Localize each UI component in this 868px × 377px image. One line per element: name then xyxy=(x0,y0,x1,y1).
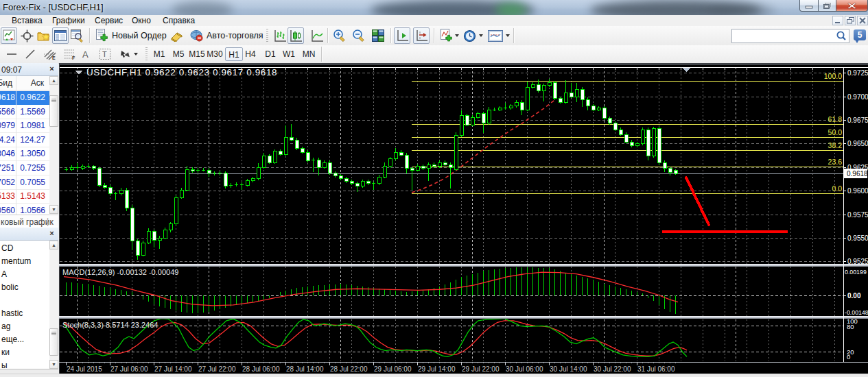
navigator-item[interactable]: CD xyxy=(1,243,13,253)
window-restore-button[interactable] xyxy=(818,0,836,12)
new-chart-button[interactable] xyxy=(1,27,17,44)
templates-button[interactable] xyxy=(487,27,511,44)
market-watch-row[interactable]: 1.09791.0981 xyxy=(0,119,49,133)
navigator-item[interactable]: mentum xyxy=(1,256,31,266)
timeframe-M5[interactable]: M5 xyxy=(169,47,187,61)
tab-divider: | xyxy=(47,217,49,226)
arrow-down-icon: ▼ xyxy=(51,362,56,367)
navigator-item[interactable]: еще... xyxy=(1,335,24,344)
text-label-icon: T xyxy=(99,48,111,60)
mdi-minimize-icon xyxy=(834,17,841,24)
history-center-button[interactable] xyxy=(169,27,185,44)
scroll-down-button[interactable]: ▼ xyxy=(49,360,58,369)
zoom-in-button[interactable] xyxy=(331,27,348,44)
menu-window[interactable]: Окно xyxy=(128,15,155,26)
row-separator xyxy=(0,132,49,133)
crosshair-button[interactable] xyxy=(19,27,35,44)
new-order-button[interactable] xyxy=(93,27,110,44)
column-ask[interactable]: Аск xyxy=(18,78,44,88)
text-tool-button[interactable]: A xyxy=(79,47,93,62)
chart-shift-button[interactable] xyxy=(413,27,430,44)
ask-value: 1.5143 xyxy=(18,191,45,201)
market-watch-row[interactable]: 0.70520.7055 xyxy=(0,176,49,190)
window-title: Forex-Fix - [USDCHF,H1] xyxy=(3,2,104,12)
autotrade-label[interactable]: Авто-торговля xyxy=(207,31,263,40)
mdi-close-button[interactable] xyxy=(857,16,868,25)
timeframe-H1[interactable]: H1 xyxy=(225,47,243,61)
svg-text:0.00199: 0.00199 xyxy=(845,269,867,276)
notifications-badge[interactable]: 5 xyxy=(854,29,866,40)
history-book-icon xyxy=(170,30,184,42)
timeframe-MN[interactable]: MN xyxy=(300,47,318,61)
scroll-up-button[interactable]: ▲ xyxy=(49,76,58,85)
navigator-close-icon[interactable]: × xyxy=(47,229,56,238)
window-minimize-button[interactable] xyxy=(799,0,819,12)
navigator-item[interactable]: A xyxy=(1,269,7,279)
market-watch-row[interactable]: 1.51331.5143 xyxy=(0,190,49,204)
mdi-restore-button[interactable] xyxy=(845,16,856,25)
market-watch-row[interactable]: 124.24124.27 xyxy=(0,134,49,147)
periods-button[interactable] xyxy=(462,27,484,44)
text-label-tool-button[interactable]: T xyxy=(97,47,113,62)
navigator-header[interactable]: × xyxy=(0,228,58,241)
market-watch-scrollbar[interactable]: ▲ ▼ xyxy=(49,76,58,214)
mdi-minimize-button[interactable] xyxy=(832,16,843,25)
navigator-scrollbar[interactable]: ▲ ▼ xyxy=(49,241,58,369)
autoscroll-button[interactable] xyxy=(394,27,410,44)
menu-help[interactable]: Справка xyxy=(159,15,199,26)
navigator-item[interactable]: ag xyxy=(1,321,10,331)
tab-tick-chart[interactable]: ковый график xyxy=(1,217,54,227)
bid-value: 1.3046 xyxy=(0,149,15,158)
trendline-tool-button[interactable] xyxy=(23,47,38,62)
search-input[interactable] xyxy=(731,29,849,43)
market-watch-row[interactable]: 1.30461.3050 xyxy=(0,147,49,161)
menu-charts[interactable]: Графики xyxy=(48,15,89,26)
data-window-button[interactable] xyxy=(69,27,84,44)
ask-value: 0.7255 xyxy=(18,163,45,173)
new-order-label[interactable]: Новый Ордер xyxy=(112,31,167,40)
window-close-button[interactable] xyxy=(836,0,868,12)
scroll-up-button[interactable]: ▲ xyxy=(49,241,58,250)
candlestick-chart-button[interactable] xyxy=(288,27,304,44)
scrollbar-thumb[interactable] xyxy=(49,328,58,356)
timeframe-M30[interactable]: M30 xyxy=(206,47,224,61)
timeframe-H4[interactable]: H4 xyxy=(242,47,259,61)
arrows-tool-button[interactable] xyxy=(117,47,140,62)
market-watch-header[interactable]: 09:07 × xyxy=(0,63,58,76)
column-bid[interactable]: Бид xyxy=(0,78,12,88)
line-chart-button[interactable] xyxy=(309,27,325,44)
svg-text:F: F xyxy=(72,56,75,60)
menu-insert[interactable]: Вставка xyxy=(8,15,47,26)
scroll-down-button[interactable]: ▼ xyxy=(49,205,58,214)
chart-area[interactable]: 0.97250.97000.96750.96500.96250.96000.95… xyxy=(59,63,868,374)
navigator-item[interactable]: ки xyxy=(1,348,10,357)
scrollbar-thumb[interactable] xyxy=(49,95,58,127)
timeframe-M15[interactable]: M15 xyxy=(188,47,206,61)
autoscroll-icon xyxy=(396,29,409,42)
autotrade-button[interactable] xyxy=(188,27,204,44)
market-watch-close-icon[interactable]: × xyxy=(47,64,56,73)
zoom-out-button[interactable] xyxy=(351,27,367,44)
navigator-item[interactable]: ы xyxy=(1,361,8,369)
navigator-item[interactable]: bolic xyxy=(1,282,19,292)
bar-chart-button[interactable] xyxy=(272,27,288,44)
timeframe-D1[interactable]: D1 xyxy=(261,47,279,61)
horizontal-line-tool-button[interactable] xyxy=(4,47,19,62)
fibonacci-tool-button[interactable]: F xyxy=(62,47,78,62)
market-watch-row[interactable]: 0.72510.7255 xyxy=(0,162,49,175)
menu-service[interactable]: Сервис xyxy=(91,15,127,26)
market-watch-toggle-button[interactable] xyxy=(52,27,69,44)
indicators-button[interactable] xyxy=(438,27,460,44)
bid-value: 0.9618 xyxy=(0,93,15,102)
ask-value: 124.27 xyxy=(18,135,45,145)
profiles-button[interactable] xyxy=(36,27,52,44)
market-watch-row[interactable]: 1.55661.5569 xyxy=(0,106,49,119)
timeframe-M1[interactable]: M1 xyxy=(150,47,168,61)
market-watch-row[interactable]: 0.96180.9622 xyxy=(0,91,49,105)
title-bar[interactable]: Forex-Fix - [USDCHF,H1] xyxy=(0,0,868,15)
tile-windows-button[interactable] xyxy=(370,27,386,44)
navigator-item[interactable]: hastic xyxy=(1,308,23,318)
timeframe-W1[interactable]: W1 xyxy=(280,47,298,61)
channel-tool-button[interactable]: E xyxy=(42,47,58,62)
svg-text:38.2: 38.2 xyxy=(828,141,843,149)
